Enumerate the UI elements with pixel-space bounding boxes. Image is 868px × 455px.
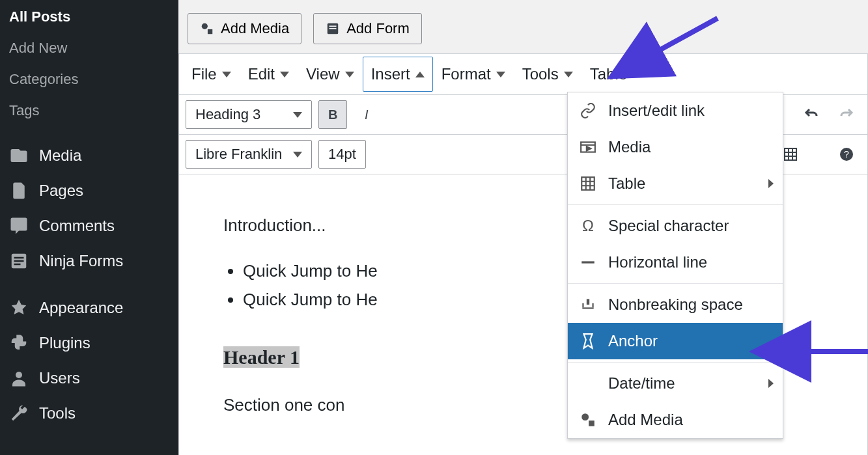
svg-text:?: ? bbox=[844, 149, 849, 159]
dd-label: Add Media bbox=[608, 411, 683, 429]
svg-point-4 bbox=[16, 372, 22, 378]
dd-label: Horizontal line bbox=[608, 253, 707, 271]
menu-edit[interactable]: Edit bbox=[240, 57, 298, 92]
camera-icon bbox=[580, 411, 596, 428]
dd-anchor[interactable]: Anchor bbox=[568, 323, 783, 359]
chevron-down-icon bbox=[345, 72, 354, 77]
dd-label: Special character bbox=[608, 217, 729, 235]
sidebar-item-label: Appearance bbox=[39, 299, 123, 317]
chevron-down-icon bbox=[632, 72, 641, 77]
sidebar-item-users[interactable]: Users bbox=[0, 361, 178, 396]
submenu-arrow-icon bbox=[768, 379, 774, 388]
blank-icon bbox=[580, 375, 596, 392]
link-icon bbox=[580, 102, 596, 119]
submenu-arrow-icon bbox=[768, 179, 774, 188]
dd-nbsp[interactable]: Nonbreaking space bbox=[568, 286, 783, 323]
redo-button[interactable] bbox=[832, 100, 861, 129]
svg-rect-28 bbox=[581, 177, 595, 190]
dd-insert-link[interactable]: Insert/edit link bbox=[568, 92, 783, 129]
comments-icon bbox=[9, 216, 29, 236]
sidebar-sub-categories[interactable]: Categories bbox=[0, 64, 178, 95]
help-button[interactable]: ? bbox=[832, 140, 861, 169]
dd-table[interactable]: Table bbox=[568, 165, 783, 202]
media-icon bbox=[9, 146, 29, 165]
dd-media[interactable]: Media bbox=[568, 129, 783, 165]
dropdown-separator bbox=[568, 283, 783, 284]
add-form-label: Add Form bbox=[346, 20, 410, 37]
svg-rect-3 bbox=[14, 264, 21, 266]
anchor-icon bbox=[580, 333, 596, 350]
table-dropdown[interactable] bbox=[811, 140, 826, 169]
svg-rect-1 bbox=[14, 257, 24, 259]
admin-sidebar: All Posts Add New Categories Tags Media … bbox=[0, 0, 178, 455]
ninja-forms-icon bbox=[9, 251, 29, 271]
annotation-arrow-anchor bbox=[794, 338, 868, 367]
tools-icon bbox=[9, 404, 29, 423]
bold-button[interactable]: B bbox=[318, 100, 347, 129]
pages-icon bbox=[9, 181, 29, 200]
add-form-button[interactable]: Add Form bbox=[313, 13, 422, 44]
camera-icon bbox=[200, 21, 214, 36]
undo-button[interactable] bbox=[797, 100, 826, 129]
sidebar-item-media[interactable]: Media bbox=[0, 138, 178, 173]
chevron-down-icon bbox=[222, 72, 231, 77]
dd-label: Anchor bbox=[608, 332, 658, 350]
omega-icon: Ω bbox=[580, 217, 596, 234]
svg-rect-23 bbox=[785, 148, 796, 160]
sidebar-item-appearance[interactable]: Appearance bbox=[0, 290, 178, 325]
sidebar-item-label: Pages bbox=[39, 182, 83, 200]
editor-area: Add Media Add Form File Edit View Insert… bbox=[178, 0, 868, 455]
sidebar-item-label: Media bbox=[39, 146, 81, 165]
dd-label: Insert/edit link bbox=[608, 102, 705, 120]
menu-table[interactable]: Table bbox=[581, 57, 650, 92]
sidebar-item-label: Ninja Forms bbox=[39, 252, 123, 270]
editor-menubar: File Edit View Insert Format Tools Table bbox=[179, 54, 867, 95]
sidebar-sub-tags[interactable]: Tags bbox=[0, 95, 178, 126]
sidebar-item-label: Users bbox=[39, 369, 80, 387]
sidebar-sub-all-posts[interactable]: All Posts bbox=[0, 1, 178, 33]
sidebar-item-ninja-forms[interactable]: Ninja Forms bbox=[0, 243, 178, 279]
menu-view[interactable]: View bbox=[298, 57, 363, 92]
svg-rect-35 bbox=[589, 421, 595, 426]
svg-rect-2 bbox=[14, 260, 24, 262]
dd-hr[interactable]: Horizontal line bbox=[568, 244, 783, 281]
fontsize-select[interactable]: 14pt bbox=[318, 140, 366, 169]
menu-format[interactable]: Format bbox=[433, 57, 514, 92]
insert-dropdown: Insert/edit link Media Table Ω Special c… bbox=[567, 92, 783, 439]
add-media-button[interactable]: Add Media bbox=[188, 13, 301, 44]
dropdown-separator bbox=[568, 362, 783, 363]
sidebar-item-plugins[interactable]: Plugins bbox=[0, 325, 178, 361]
svg-marker-27 bbox=[587, 146, 591, 151]
chevron-down-icon bbox=[280, 72, 289, 77]
sidebar-item-tools[interactable]: Tools bbox=[0, 396, 178, 431]
svg-rect-31 bbox=[582, 303, 583, 308]
menu-tools[interactable]: Tools bbox=[514, 57, 581, 92]
sidebar-item-label: Tools bbox=[39, 404, 76, 422]
font-select[interactable]: Libre Franklin bbox=[186, 140, 312, 169]
svg-rect-32 bbox=[593, 303, 594, 308]
italic-button[interactable]: I bbox=[354, 100, 382, 129]
media-icon bbox=[580, 139, 596, 156]
chevron-down-icon bbox=[293, 112, 302, 118]
menu-insert[interactable]: Insert bbox=[363, 57, 433, 92]
sidebar-sub-add-new[interactable]: Add New bbox=[0, 33, 178, 64]
dd-special-char[interactable]: Ω Special character bbox=[568, 208, 783, 244]
menu-file[interactable]: File bbox=[183, 57, 240, 92]
dd-add-media[interactable]: Add Media bbox=[568, 402, 783, 438]
dd-label: Table bbox=[608, 174, 645, 193]
sidebar-item-label: Comments bbox=[39, 217, 115, 235]
paragraph-select[interactable]: Heading 3 bbox=[186, 100, 312, 129]
dd-label: Date/time bbox=[608, 374, 675, 393]
sidebar-item-comments[interactable]: Comments bbox=[0, 208, 178, 243]
svg-rect-33 bbox=[587, 299, 589, 305]
plugins-icon bbox=[9, 333, 29, 353]
svg-rect-8 bbox=[329, 28, 337, 29]
sidebar-item-label: Plugins bbox=[39, 334, 91, 352]
hr-icon bbox=[580, 254, 596, 271]
appearance-icon bbox=[9, 298, 29, 318]
top-buttons: Add Media Add Form bbox=[178, 0, 868, 53]
dd-datetime[interactable]: Date/time bbox=[568, 365, 783, 402]
dd-label: Nonbreaking space bbox=[608, 296, 743, 314]
sidebar-item-pages[interactable]: Pages bbox=[0, 173, 178, 208]
chevron-down-icon bbox=[564, 72, 573, 77]
